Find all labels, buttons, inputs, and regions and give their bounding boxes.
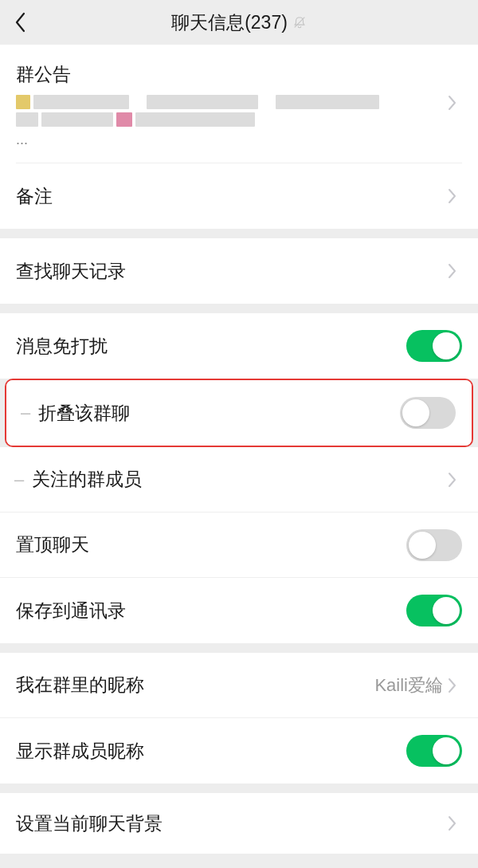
callout-fold-group: – 折叠该群聊 bbox=[5, 379, 473, 447]
show-nicknames-label: 显示群成员昵称 bbox=[16, 739, 144, 764]
sticky-on-top-label: 置顶聊天 bbox=[16, 532, 89, 557]
group-notice-row[interactable]: 群公告 ... bbox=[0, 45, 478, 163]
blurred-notice-line bbox=[16, 95, 440, 109]
dash-icon: – bbox=[14, 469, 24, 490]
fold-group-row[interactable]: – 折叠该群聊 bbox=[6, 380, 472, 446]
back-button[interactable] bbox=[10, 11, 32, 33]
group-notice-label: 群公告 bbox=[16, 62, 440, 87]
blurred-notice-line bbox=[16, 112, 440, 127]
watched-members-row[interactable]: – 关注的群成员 bbox=[0, 447, 478, 513]
save-contacts-row[interactable]: 保存到通讯录 bbox=[0, 578, 478, 643]
fold-group-label: 折叠该群聊 bbox=[38, 401, 130, 426]
sticky-on-top-row[interactable]: 置顶聊天 bbox=[0, 513, 478, 578]
bell-mute-icon bbox=[292, 15, 307, 29]
chevron-right-icon bbox=[448, 816, 462, 831]
my-alias-label: 我在群里的昵称 bbox=[16, 673, 144, 697]
show-nicknames-toggle[interactable] bbox=[406, 735, 462, 767]
chevron-right-icon bbox=[448, 678, 462, 693]
chevron-left-icon bbox=[14, 12, 27, 33]
ellipsis: ... bbox=[16, 132, 440, 148]
watched-members-label: 关注的群成员 bbox=[32, 467, 142, 492]
show-nicknames-row[interactable]: 显示群成员昵称 bbox=[0, 718, 478, 784]
chevron-right-icon bbox=[448, 473, 462, 487]
dash-icon: – bbox=[21, 403, 30, 423]
remark-row[interactable]: 备注 bbox=[0, 163, 478, 229]
fold-group-toggle[interactable] bbox=[400, 397, 456, 429]
mute-messages-toggle[interactable] bbox=[406, 330, 462, 362]
mute-messages-row[interactable]: 消息免打扰 bbox=[0, 313, 478, 379]
my-alias-value: Kaili爱綸 bbox=[144, 674, 443, 697]
page-title: 聊天信息(237) bbox=[171, 10, 288, 35]
save-contacts-label: 保存到通讯录 bbox=[16, 599, 126, 623]
search-history-label: 查找聊天记录 bbox=[16, 259, 126, 284]
header-bar: 聊天信息(237) bbox=[0, 0, 478, 45]
chat-background-row[interactable]: 设置当前聊天背景 bbox=[0, 793, 478, 854]
chevron-right-icon bbox=[448, 96, 462, 110]
sticky-on-top-toggle[interactable] bbox=[406, 529, 462, 561]
my-alias-row[interactable]: 我在群里的昵称 Kaili爱綸 bbox=[0, 653, 478, 718]
save-contacts-toggle[interactable] bbox=[406, 595, 462, 626]
chevron-right-icon bbox=[448, 189, 462, 203]
mute-messages-label: 消息免打扰 bbox=[16, 334, 108, 359]
remark-label: 备注 bbox=[16, 184, 53, 209]
search-history-row[interactable]: 查找聊天记录 bbox=[0, 238, 478, 304]
chevron-right-icon bbox=[448, 264, 462, 278]
chat-background-label: 设置当前聊天背景 bbox=[16, 811, 163, 836]
